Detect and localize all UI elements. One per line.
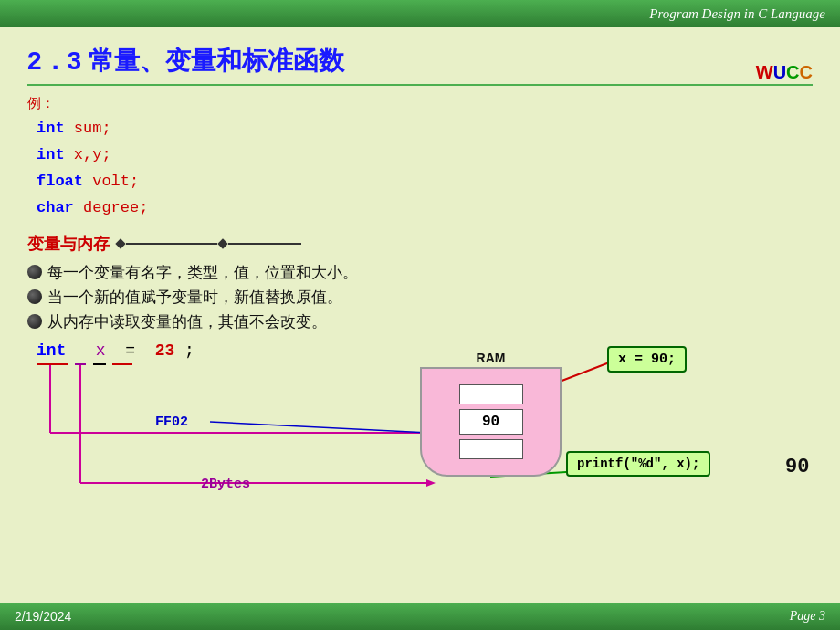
bytes-label: 2Bytes — [201, 477, 250, 492]
var-degree: degree; — [83, 199, 148, 216]
ff02-label: FF02 — [155, 415, 188, 430]
line-2 — [228, 243, 301, 245]
value-23: 23 — [155, 341, 175, 360]
var-xy: x,y; — [74, 146, 111, 163]
bottom-bar: 2/19/2024 Page 3 — [0, 603, 840, 630]
kw-float: float — [37, 173, 83, 190]
diamond-1 — [115, 238, 125, 248]
var-volt: volt; — [92, 173, 139, 190]
bullet-dot-3 — [27, 314, 42, 329]
code-block: int sum; int x,y; float volt; char degre… — [27, 116, 813, 222]
top-bar: Program Design in C Language — [0, 0, 840, 27]
underline-int — [37, 363, 68, 365]
main-content: WUCC 2．3 常量、变量和标准函数 例： int sum; int x,y;… — [0, 27, 840, 603]
result-label: 90 — [785, 456, 809, 478]
wucc-w: W — [756, 62, 773, 82]
bullet-dot-2 — [27, 289, 42, 304]
diagram-area: int x = 23 ; FF02 2Bytes RAM 90 x = 90; — [27, 341, 813, 506]
int-keyword: int — [37, 341, 66, 360]
ram-label: RAM — [420, 351, 562, 365]
bullet-item-3: 从内存中读取变量的值，其值不会改变。 — [27, 311, 813, 332]
code-line-2: int x,y; — [37, 142, 813, 169]
ram-cell-empty-bottom — [459, 439, 523, 459]
example-label: 例： — [27, 95, 813, 112]
bullet-section: 每一个变量有名字，类型，值，位置和大小。 当一个新的值赋予变量时，新值替换原值。… — [27, 262, 813, 332]
underline-23 — [112, 363, 132, 365]
kw-int-2: int — [37, 146, 65, 163]
equals-sign: = — [115, 341, 144, 360]
ram-inner: 90 — [420, 367, 562, 477]
bullet-item-1: 每一个变量有名字，类型，值，位置和大小。 — [27, 262, 813, 283]
code-line-1: int sum; — [37, 116, 813, 142]
diamond-2 — [217, 238, 227, 248]
wucc-c2: C — [800, 62, 813, 82]
ram-cell-value: 90 — [459, 409, 523, 435]
kw-int-1: int — [37, 120, 65, 137]
printf-box: printf("%d", x); — [566, 451, 710, 477]
slide-title: 2．3 常量、变量和标准函数 — [27, 37, 813, 86]
line-1 — [126, 243, 217, 245]
bullet-dot-1 — [27, 265, 42, 279]
code-line-3: float volt; — [37, 169, 813, 195]
svg-line-10 — [210, 422, 429, 433]
bottom-bar-page: Page 3 — [790, 609, 825, 624]
int-x-declaration: int x = 23 ; — [37, 341, 194, 360]
code-line-4: char degree; — [37, 195, 813, 222]
x90-box: x = 90; — [607, 346, 687, 373]
bullet-item-2: 当一个新的值赋予变量时，新值替换原值。 — [27, 287, 813, 308]
ram-box: RAM 90 — [420, 351, 562, 478]
svg-marker-5 — [426, 479, 436, 487]
bottom-bar-date: 2/19/2024 — [15, 609, 71, 624]
wucc-u: U — [773, 62, 786, 82]
kw-char: char — [37, 199, 74, 216]
section-heading: 变量与内存 — [27, 233, 813, 255]
underline-eq — [93, 363, 106, 365]
semicolon: ; — [184, 341, 194, 360]
top-bar-title: Program Design in C Language — [649, 6, 825, 22]
wucc-c1: C — [786, 62, 799, 82]
wucc-logo: WUCC — [756, 62, 813, 83]
x-variable: x — [96, 341, 106, 360]
underline-x — [75, 363, 86, 365]
ram-cell-empty-top — [459, 384, 523, 404]
arrow-decoration — [115, 240, 301, 247]
var-sum: sum; — [74, 120, 111, 137]
